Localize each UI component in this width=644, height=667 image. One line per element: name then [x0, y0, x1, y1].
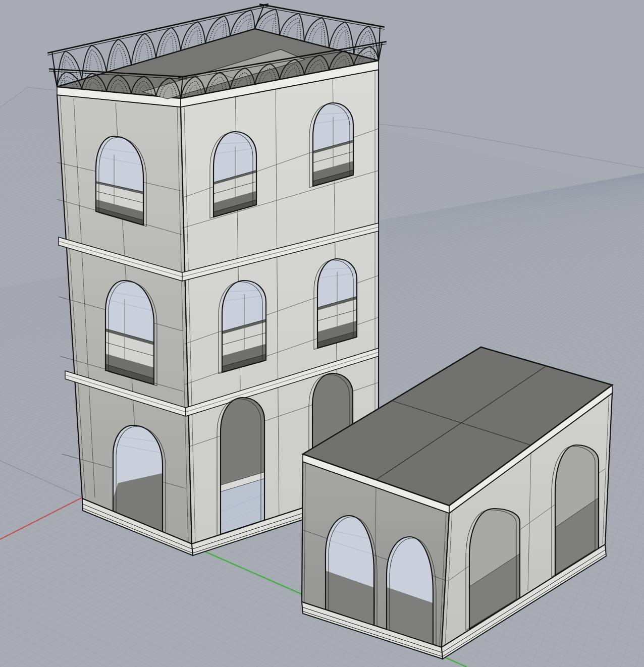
arched-opening	[220, 396, 265, 536]
viewport-canvas[interactable]	[0, 0, 644, 667]
arched-opening	[316, 257, 358, 350]
viewport-3d[interactable]	[0, 0, 644, 667]
